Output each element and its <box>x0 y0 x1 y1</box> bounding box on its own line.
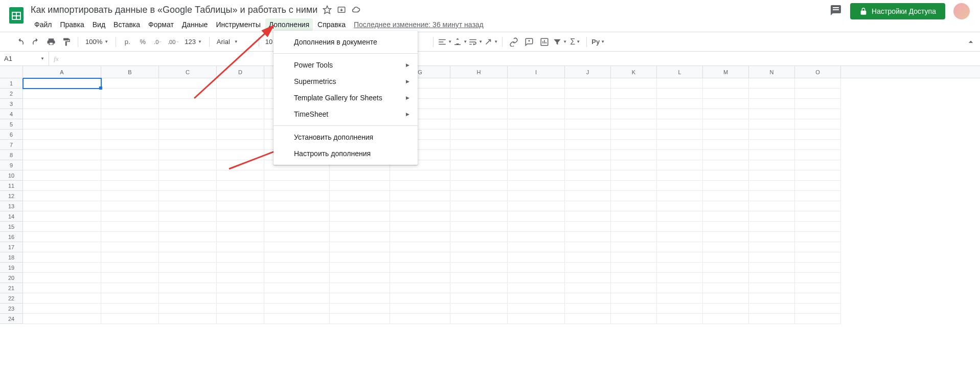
cell-C5[interactable] <box>159 119 217 129</box>
cell-J24[interactable] <box>565 314 611 324</box>
row-header-23[interactable]: 23 <box>0 304 22 314</box>
cell-M17[interactable] <box>703 242 749 252</box>
cell-E12[interactable] <box>264 191 330 201</box>
cell-J12[interactable] <box>565 191 611 201</box>
menu-дополнения[interactable]: Дополнения <box>265 18 313 31</box>
cell-F23[interactable] <box>330 304 390 314</box>
cell-K11[interactable] <box>611 181 657 191</box>
cell-E22[interactable] <box>264 293 330 304</box>
cell-N23[interactable] <box>749 304 795 314</box>
cell-O10[interactable] <box>795 170 841 181</box>
cell-I8[interactable] <box>508 150 565 160</box>
cell-K1[interactable] <box>611 78 657 89</box>
cell-B8[interactable] <box>101 150 159 160</box>
cell-L21[interactable] <box>657 283 703 293</box>
cell-O2[interactable] <box>795 89 841 99</box>
cell-G16[interactable] <box>390 232 450 242</box>
cell-E20[interactable] <box>264 273 330 283</box>
cell-C8[interactable] <box>159 150 217 160</box>
cell-D18[interactable] <box>217 252 264 263</box>
cell-G18[interactable] <box>390 252 450 263</box>
cell-H16[interactable] <box>450 232 508 242</box>
cell-N1[interactable] <box>749 78 795 89</box>
col-header-J[interactable]: J <box>565 66 611 78</box>
cell-E24[interactable] <box>264 314 330 324</box>
cell-A13[interactable] <box>23 201 101 211</box>
cell-D11[interactable] <box>217 181 264 191</box>
cell-D17[interactable] <box>217 242 264 252</box>
cell-M19[interactable] <box>703 263 749 273</box>
row-header-4[interactable]: 4 <box>0 109 22 119</box>
cell-N21[interactable] <box>749 283 795 293</box>
cell-N22[interactable] <box>749 293 795 304</box>
cell-C1[interactable] <box>159 78 217 89</box>
language-button[interactable]: Ру▼ <box>591 35 605 49</box>
cell-M18[interactable] <box>703 252 749 263</box>
cell-O18[interactable] <box>795 252 841 263</box>
cell-D22[interactable] <box>217 293 264 304</box>
cell-C2[interactable] <box>159 89 217 99</box>
cell-K18[interactable] <box>611 252 657 263</box>
rotate-button[interactable]: ▼ <box>484 35 498 49</box>
cell-O8[interactable] <box>795 150 841 160</box>
cell-I7[interactable] <box>508 140 565 150</box>
cell-C23[interactable] <box>159 304 217 314</box>
cell-G24[interactable] <box>390 314 450 324</box>
cell-J6[interactable] <box>565 129 611 140</box>
cell-I17[interactable] <box>508 242 565 252</box>
cell-E19[interactable] <box>264 263 330 273</box>
row-header-15[interactable]: 15 <box>0 222 22 232</box>
undo-button[interactable] <box>13 35 28 49</box>
cell-J14[interactable] <box>565 211 611 222</box>
cell-C9[interactable] <box>159 160 217 170</box>
cell-B22[interactable] <box>101 293 159 304</box>
cell-J13[interactable] <box>565 201 611 211</box>
cell-D6[interactable] <box>217 129 264 140</box>
col-header-L[interactable]: L <box>657 66 703 78</box>
cell-F24[interactable] <box>330 314 390 324</box>
cell-K9[interactable] <box>611 160 657 170</box>
cell-H9[interactable] <box>450 160 508 170</box>
menu-вставка[interactable]: Вставка <box>110 18 144 31</box>
cell-F17[interactable] <box>330 242 390 252</box>
cell-N4[interactable] <box>749 109 795 119</box>
cell-O5[interactable] <box>795 119 841 129</box>
cell-A20[interactable] <box>23 273 101 283</box>
cell-J3[interactable] <box>565 99 611 109</box>
cell-I4[interactable] <box>508 109 565 119</box>
row-header-9[interactable]: 9 <box>0 160 22 170</box>
cell-C15[interactable] <box>159 222 217 232</box>
cell-A4[interactable] <box>23 109 101 119</box>
cell-C20[interactable] <box>159 273 217 283</box>
cell-N5[interactable] <box>749 119 795 129</box>
h-align-button[interactable]: ▼ <box>438 35 452 49</box>
cell-D15[interactable] <box>217 222 264 232</box>
cell-F21[interactable] <box>330 283 390 293</box>
cell-B11[interactable] <box>101 181 159 191</box>
cell-D12[interactable] <box>217 191 264 201</box>
cell-O17[interactable] <box>795 242 841 252</box>
cell-K21[interactable] <box>611 283 657 293</box>
cell-G15[interactable] <box>390 222 450 232</box>
v-align-button[interactable]: ▼ <box>453 35 467 49</box>
cell-N6[interactable] <box>749 129 795 140</box>
cell-D8[interactable] <box>217 150 264 160</box>
col-header-D[interactable]: D <box>217 66 264 78</box>
cell-D7[interactable] <box>217 140 264 150</box>
comment-button[interactable] <box>522 35 536 49</box>
cell-L20[interactable] <box>657 273 703 283</box>
cell-C19[interactable] <box>159 263 217 273</box>
cell-I12[interactable] <box>508 191 565 201</box>
cell-A7[interactable] <box>23 140 101 150</box>
cell-E21[interactable] <box>264 283 330 293</box>
cell-B3[interactable] <box>101 99 159 109</box>
cell-F18[interactable] <box>330 252 390 263</box>
print-button[interactable] <box>44 35 58 49</box>
cell-B12[interactable] <box>101 191 159 201</box>
cell-A3[interactable] <box>23 99 101 109</box>
cell-E23[interactable] <box>264 304 330 314</box>
number-format-select[interactable]: 123▼ <box>181 38 205 46</box>
name-box[interactable]: A1 ▼ <box>0 52 49 66</box>
cell-D20[interactable] <box>217 273 264 283</box>
cell-D4[interactable] <box>217 109 264 119</box>
